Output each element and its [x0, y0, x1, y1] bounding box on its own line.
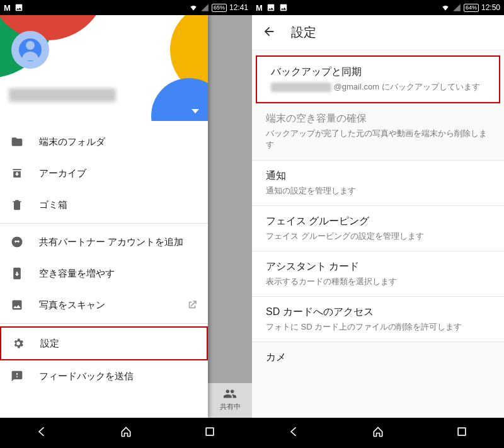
setting-title: 端末の空き容量の確保	[266, 112, 493, 125]
status-bar-left: M 65% 12:41	[0, 0, 252, 15]
signal-icon	[452, 3, 461, 12]
setting-item-4[interactable]: アシスタント カード表示するカードの種類を選択します	[252, 251, 504, 297]
drawer-item-label: 写真をスキャン	[39, 299, 171, 311]
scan-icon	[10, 298, 24, 312]
drawer-item-archive[interactable]: アーカイブ	[0, 158, 208, 189]
setting-title: 通知	[266, 169, 493, 183]
setting-subtitle: フォトに SD カード上のファイルの削除を許可します	[266, 321, 493, 333]
cutoff-item[interactable]: カメ	[252, 342, 504, 364]
trash-icon	[10, 198, 24, 212]
drawer-item-label: フィードバックを送信	[39, 370, 198, 382]
gear-icon	[11, 336, 25, 350]
nav-drawer: 端末のフォルダアーカイブゴミ箱共有パートナー アカウントを追加空き容量を増やす写…	[0, 15, 208, 418]
m-logo-icon: M	[4, 3, 11, 13]
clock-text: 12:41	[229, 3, 248, 12]
drawer-item-storage[interactable]: 空き容量を増やす	[0, 258, 208, 289]
partner-icon	[10, 235, 24, 249]
archive-icon	[10, 166, 24, 180]
image-icon-2	[279, 3, 288, 12]
signal-icon	[200, 3, 209, 12]
storage-icon	[10, 267, 24, 280]
setting-title: フェイス グルーピング	[266, 215, 493, 228]
nav-bar-left	[0, 418, 252, 448]
drawer-item-partner[interactable]: 共有パートナー アカウントを追加	[0, 226, 208, 258]
setting-title: アシスタント カード	[266, 260, 493, 273]
drawer-item-label: アーカイブ	[39, 167, 198, 180]
page-title: 設定	[291, 24, 316, 41]
svg-rect-1	[206, 428, 214, 435]
nav-bar-right	[252, 418, 504, 448]
folder-icon	[10, 135, 24, 149]
setting-item-1: 端末の空き容量の確保バックアップが完了した元の写真や動画を端末から削除します	[252, 103, 504, 160]
shared-tab-label: 共有中	[220, 403, 241, 410]
drawer-item-label: 共有パートナー アカウントを追加	[39, 236, 198, 248]
account-dropdown-icon[interactable]	[192, 109, 199, 113]
clock-text: 12:50	[481, 3, 500, 12]
wifi-icon	[441, 3, 450, 12]
setting-item-0[interactable]: バックアップと同期 @gmail.com にバックアップしています	[257, 57, 499, 102]
drawer-item-label: ゴミ箱	[39, 198, 198, 211]
open-external-icon	[186, 299, 198, 311]
back-button[interactable]	[262, 25, 276, 41]
nav-home-icon[interactable]	[120, 425, 132, 440]
drawer-item-label: 設定	[40, 337, 197, 350]
setting-item-5[interactable]: SD カードへのアクセスフォトに SD カード上のファイルの削除を許可します	[252, 297, 504, 342]
drawer-header[interactable]	[0, 15, 208, 121]
shared-tab-peek[interactable]: 共有中	[208, 383, 252, 418]
drawer-item-folder[interactable]: 端末のフォルダ	[0, 126, 208, 158]
battery-icon: 65%	[212, 4, 227, 12]
nav-back-icon[interactable]	[288, 425, 301, 440]
setting-subtitle: 通知の設定を管理します	[266, 185, 493, 197]
drawer-item-gear[interactable]: 設定	[0, 326, 208, 360]
setting-subtitle: バックアップが完了した元の写真や動画を端末から削除します	[266, 128, 493, 151]
drawer-item-scan[interactable]: 写真をスキャン	[0, 289, 208, 321]
nav-recent-icon[interactable]	[203, 425, 216, 440]
nav-recent-icon[interactable]	[455, 425, 468, 440]
wifi-icon	[189, 3, 198, 12]
nav-back-icon[interactable]	[36, 425, 49, 440]
setting-subtitle: フェイス グルーピングの設定を管理します	[266, 231, 493, 242]
setting-item-3[interactable]: フェイス グルーピングフェイス グルーピングの設定を管理します	[252, 206, 504, 251]
setting-title: SD カードへのアクセス	[266, 306, 493, 319]
image-icon	[14, 3, 23, 12]
feedback-icon	[10, 369, 24, 383]
drawer-item-label: 端末のフォルダ	[39, 135, 198, 148]
setting-title: バックアップと同期	[271, 66, 488, 79]
setting-item-2[interactable]: 通知通知の設定を管理します	[252, 161, 504, 206]
drawer-item-label: 空き容量を増やす	[39, 267, 198, 280]
svg-rect-2	[458, 428, 466, 435]
setting-subtitle: 表示するカードの種類を選択します	[266, 276, 493, 287]
drawer-item-feedback[interactable]: フィードバックを送信	[0, 360, 208, 392]
image-icon	[266, 3, 275, 12]
appbar: 設定	[252, 15, 504, 50]
avatar[interactable]	[11, 31, 49, 69]
email-redacted	[271, 83, 331, 92]
account-name-redacted	[9, 88, 116, 102]
nav-home-icon[interactable]	[372, 425, 384, 440]
setting-subtitle: @gmail.com にバックアップしています	[271, 81, 488, 93]
battery-icon: 64%	[464, 4, 479, 12]
drawer-item-trash[interactable]: ゴミ箱	[0, 189, 208, 221]
m-logo-icon: M	[256, 3, 263, 13]
status-bar-right: M 64% 12:50	[252, 0, 504, 15]
